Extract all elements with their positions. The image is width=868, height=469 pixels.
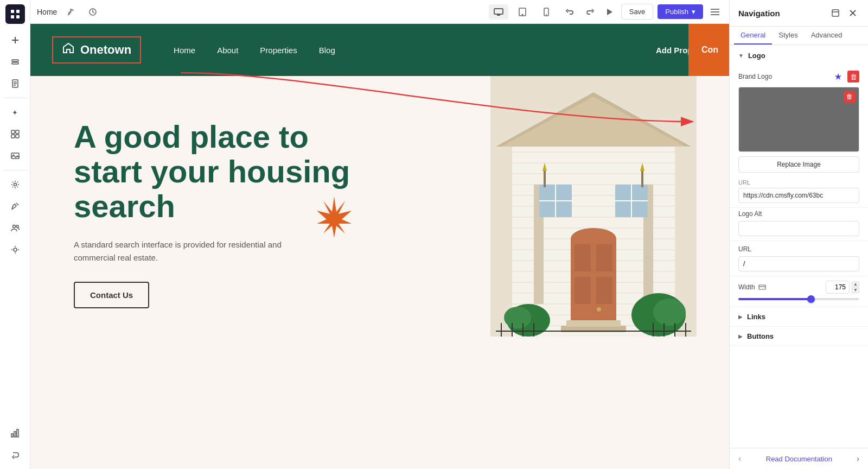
desktop-device-btn[interactable] bbox=[489, 4, 508, 20]
svg-marker-40 bbox=[607, 9, 612, 15]
width-up-arrow[interactable]: ▲ bbox=[852, 282, 859, 287]
site-hero: A good place to start your housing searc… bbox=[30, 76, 729, 391]
analytics-icon[interactable] bbox=[5, 423, 25, 443]
pin-icon[interactable] bbox=[63, 4, 79, 20]
undo-btn[interactable] bbox=[563, 4, 578, 20]
history-icon[interactable] bbox=[85, 4, 100, 20]
top-bar-center bbox=[489, 4, 556, 20]
site-nav: Onetown Home About Properties Blog Add P… bbox=[30, 24, 729, 76]
svg-rect-86 bbox=[566, 320, 621, 327]
logo-url-input[interactable] bbox=[738, 256, 859, 271]
svg-point-90 bbox=[653, 299, 686, 326]
hero-description: A standard search interface is provided … bbox=[74, 238, 312, 264]
canvas-area: Onetown Home About Properties Blog Add P… bbox=[30, 24, 729, 469]
nav-link-about[interactable]: About bbox=[217, 46, 238, 55]
logo-section-header[interactable]: ▼ Logo bbox=[730, 45, 868, 66]
logo-text: Onetown bbox=[80, 43, 131, 57]
svg-rect-83 bbox=[641, 171, 643, 187]
tablet-device-btn[interactable] bbox=[513, 4, 532, 20]
add-icon[interactable] bbox=[5, 30, 25, 50]
tab-styles[interactable]: Styles bbox=[772, 27, 804, 45]
width-slider-track[interactable] bbox=[738, 298, 859, 300]
play-btn[interactable] bbox=[602, 4, 617, 20]
width-label: Width bbox=[738, 283, 766, 291]
save-button[interactable]: Save bbox=[621, 4, 654, 20]
svg-rect-73 bbox=[596, 277, 612, 304]
page-icon[interactable] bbox=[5, 74, 25, 93]
team-icon[interactable] bbox=[5, 218, 25, 238]
svg-line-20 bbox=[16, 203, 18, 205]
nav-link-properties[interactable]: Properties bbox=[260, 46, 297, 55]
svg-rect-14 bbox=[16, 130, 19, 134]
panel-title: Navigation bbox=[738, 9, 780, 18]
width-slider-thumb[interactable] bbox=[807, 295, 815, 303]
links-section[interactable]: ▶ Links bbox=[730, 307, 868, 327]
divider-1 bbox=[3, 98, 27, 98]
tab-advanced[interactable]: Advanced bbox=[805, 27, 849, 45]
svg-rect-29 bbox=[14, 432, 16, 437]
width-input[interactable] bbox=[826, 281, 850, 294]
brand-logo-ai-icon[interactable] bbox=[832, 71, 844, 83]
panel-close-icon[interactable] bbox=[846, 7, 859, 20]
nav-link-blog[interactable]: Blog bbox=[319, 46, 335, 55]
star-icon[interactable]: ✦ bbox=[5, 103, 25, 122]
menu-icon[interactable] bbox=[707, 4, 723, 20]
width-section: Width ▲ ▼ bbox=[730, 276, 868, 307]
apps-grid-icon[interactable] bbox=[5, 4, 25, 24]
panel-minimize-icon[interactable] bbox=[829, 7, 842, 20]
svg-point-74 bbox=[597, 307, 601, 312]
settings-icon[interactable] bbox=[5, 175, 25, 194]
svg-rect-30 bbox=[17, 429, 18, 437]
site-logo[interactable]: Onetown bbox=[52, 36, 141, 64]
image-url-input[interactable] bbox=[738, 188, 859, 203]
svg-rect-6 bbox=[12, 60, 18, 61]
tab-general[interactable]: General bbox=[734, 27, 772, 45]
website-preview: Onetown Home About Properties Blog Add P… bbox=[30, 24, 729, 469]
svg-rect-2 bbox=[11, 15, 14, 18]
prev-arrow-icon[interactable]: ‹ bbox=[738, 454, 741, 464]
layers-icon[interactable] bbox=[5, 52, 25, 72]
svg-point-19 bbox=[14, 183, 16, 186]
svg-rect-16 bbox=[16, 135, 19, 138]
width-slider-fill bbox=[738, 298, 811, 300]
buttons-section[interactable]: ▶ Buttons bbox=[730, 327, 868, 346]
buttons-label: Buttons bbox=[747, 332, 774, 340]
replace-image-button[interactable]: Replace Image bbox=[738, 156, 859, 173]
svg-rect-72 bbox=[575, 277, 591, 304]
svg-point-21 bbox=[12, 225, 15, 228]
contact-nav-button[interactable]: Con bbox=[688, 24, 729, 76]
svg-point-88 bbox=[504, 307, 531, 328]
redo-btn[interactable] bbox=[582, 4, 597, 20]
svg-rect-101 bbox=[832, 10, 839, 16]
svg-rect-106 bbox=[759, 285, 765, 289]
components-icon[interactable] bbox=[5, 124, 25, 144]
svg-rect-1 bbox=[16, 10, 20, 13]
nav-link-home[interactable]: Home bbox=[174, 46, 195, 55]
panel-bottom: ‹ Read Documentation › bbox=[730, 448, 868, 469]
brush-icon[interactable] bbox=[5, 197, 25, 216]
svg-rect-71 bbox=[596, 244, 612, 271]
top-bar: Home bbox=[30, 0, 729, 24]
publish-button[interactable]: Publish ▾ bbox=[658, 4, 703, 19]
undo-bottom-icon[interactable] bbox=[5, 445, 25, 465]
brand-logo-icons: 🗑 bbox=[832, 71, 859, 83]
width-down-arrow[interactable]: ▼ bbox=[852, 288, 859, 293]
buttons-chevron-icon: ▶ bbox=[738, 333, 743, 339]
svg-rect-13 bbox=[11, 130, 15, 134]
mobile-device-btn[interactable] bbox=[537, 4, 556, 20]
logo-section-label: Logo bbox=[748, 52, 765, 60]
read-documentation-link[interactable]: Read Documentation bbox=[766, 455, 832, 463]
read-docs-arrow-icon[interactable]: › bbox=[857, 454, 859, 463]
house-image bbox=[490, 76, 697, 337]
hero-contact-button[interactable]: Contact Us bbox=[74, 282, 149, 308]
image-delete-button[interactable]: 🗑 bbox=[844, 91, 856, 103]
media-icon[interactable] bbox=[5, 146, 25, 166]
integrations-icon[interactable] bbox=[5, 240, 25, 259]
panel-content: ▼ Logo Brand Logo 🗑 🗑 bbox=[730, 45, 868, 448]
brand-logo-delete-icon[interactable]: 🗑 bbox=[847, 71, 859, 83]
logo-alt-input[interactable] bbox=[738, 221, 859, 236]
svg-marker-44 bbox=[317, 197, 352, 238]
svg-point-22 bbox=[16, 225, 18, 227]
svg-rect-0 bbox=[11, 10, 14, 13]
starburst-decoration bbox=[312, 195, 356, 239]
